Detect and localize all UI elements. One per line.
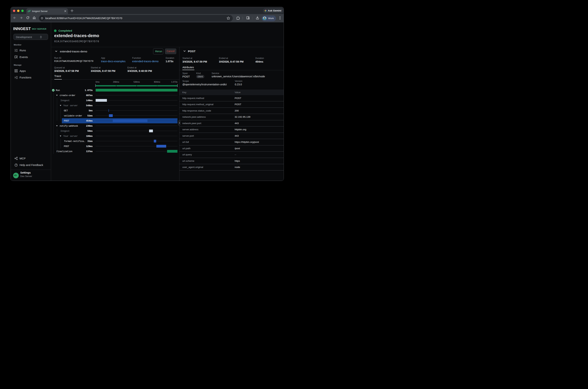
svg-text:?: ? bbox=[15, 164, 17, 166]
